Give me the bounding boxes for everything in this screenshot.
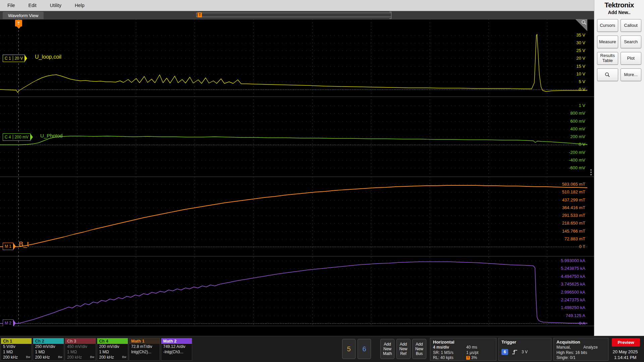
waveform-trace-4 [0,256,587,326]
channel-badge-row: 72.8 mT/div [129,344,160,349]
channel-badge-title: Math 2 [161,338,192,344]
panel-drag-handle[interactable] [589,168,593,178]
acquisition-panel[interactable]: Acquisition Manual, Analyze High Res: 16… [553,338,608,361]
channel-handle-scale: 20 V [13,56,25,61]
trigger-panel[interactable]: Trigger 6 3 V [498,338,551,361]
bandwidth-icon: Bw [26,354,30,360]
channel-badge-row: 250 mV/div [33,344,64,349]
tektronix-logo: Tektronix [594,1,644,9]
channel-badge-title: Ch 4 [97,338,128,344]
channel-badge-title: Ch 3 [65,338,96,344]
bandwidth-icon: Bw [90,354,94,360]
trigger-position-percent: 3% [471,355,477,361]
acquisition-resolution: High Res: 16 bits [556,350,587,356]
badge-arrow-icon [30,133,33,141]
add-new-label: Add New.. [594,10,644,15]
more-button[interactable]: More... [621,68,642,81]
zoom-button[interactable] [597,68,618,81]
slice-2: 1 V800 mV600 mV400 mV200 mV0 V-200 mV-40… [0,97,587,177]
channel-badge-row: -Intg(Ch3... [161,349,192,355]
channel-badge-title: Math 1 [129,338,160,344]
horizontal-window: 40 ms [466,345,477,350]
menu-item-edit[interactable]: Edit [29,3,37,8]
sidebar-buttons: CursorsCalloutMeasureSearchResults Table… [594,15,644,81]
slice-1: 35 V30 V25 V20 V15 V10 V5 V0 VC 120 VU_l… [0,19,587,97]
bandwidth-icon: Bw [122,354,126,360]
tab-strip: Waveform View T [0,11,594,19]
menubar: FileEditUtilityHelp [0,0,594,11]
waveform-trace-3 [0,177,587,256]
channel-badge-ch3[interactable]: Ch 3450 mV/div1 MΩ200 kHzBw [65,338,96,361]
waveform-view: Waveform View T T 0 s4 ms8 ms12 ms16 ms2… [0,11,594,336]
add-new-bus-button[interactable]: AddNewBus [412,339,426,359]
menu-item-utility[interactable]: Utility [50,3,61,8]
cursors-button[interactable]: Cursors [597,19,618,32]
horizontal-scrollbar[interactable]: T [196,12,391,17]
slice-3: 583.065 mT510.182 mT437.299 mT364.416 mT… [0,177,587,256]
channel-handle-name: M 2 [3,321,13,325]
channel-badge-ch4[interactable]: Ch 4200 mV/div1 MΩ200 kHzBw [97,338,128,361]
trigger-title: Trigger [501,339,548,345]
right-sidebar: Tektronix Add New.. CursorsCalloutMeasur… [594,0,644,336]
horizontal-scale: 4 ms/div [433,345,466,350]
horizontal-title: Horizontal [433,339,493,345]
channel-badge-ch2[interactable]: Ch 2250 mV/div1 MΩ200 kHzBw [33,338,64,361]
channel-badge-row: 200 kHzBw [65,355,96,360]
channel-handle-c4[interactable]: C 4200 mV [3,133,31,141]
scrollbar-track[interactable] [196,13,391,17]
tab-waveform-view[interactable]: Waveform View [3,12,44,19]
trace-label: U_Photod [40,133,63,138]
preview-button[interactable]: Preview [612,338,640,347]
channel-badge-title: Ch 2 [33,338,64,344]
channel-badge-row: Intg(Ch2)... [129,349,160,355]
add-new-ref-button[interactable]: AddNewRef [396,339,411,359]
channel-handle-scale: 200 mV [13,135,30,139]
trace-label: B_t [19,240,29,248]
magnifier-icon [605,72,610,77]
badge-arrow-icon [24,55,27,62]
search-button[interactable]: Search [621,36,642,48]
trigger-level: 3 V [522,350,528,354]
channel-handle-c1[interactable]: C 120 V [3,55,25,62]
rising-edge-icon [512,349,518,355]
sample-rate: SR: 1 MS/s [433,350,466,356]
channel-badge-row: 200 mV/div [97,344,128,349]
callout-button[interactable]: Callout [621,19,642,32]
acquisition-mode: Manual, [556,345,583,350]
results-table-button[interactable]: Results Table [597,52,618,65]
slice-4: 5.993000 kA5.243875 kA4.494750 kA3.74562… [0,256,587,326]
add-new-math-button[interactable]: AddNewMath [380,339,394,359]
plot-button[interactable]: Plot [621,52,642,65]
channel-badge-row: 200 kHzBw [33,355,64,360]
record-length: RL: 40 kpts [433,355,466,361]
date-label: 20 May 2025 [608,349,643,355]
channel-badge-math1[interactable]: Math 172.8 mT/divIntg(Ch2)... [129,338,160,361]
channel-badge-ch1[interactable]: Ch 15 V/div1 MΩ200 kHzBw [1,338,32,361]
acquisition-title: Acquisition [556,339,605,345]
badge-arrow-icon [13,319,16,326]
channel-handle-name: C 1 [3,56,13,61]
trigger-source-badge[interactable]: 6 [501,349,508,355]
channel-handle-name: M 1 [3,244,13,249]
horizontal-panel[interactable]: Horizontal 4 ms/div 40 ms SR: 1 MS/s 1 µ… [430,338,496,361]
measure-button[interactable]: Measure [597,36,618,48]
datetime: 20 May 2025 1:14:41 PM [608,349,643,360]
menu-item-help[interactable]: Help [75,3,85,8]
plot-area: T 0 s4 ms8 ms12 ms16 ms20 ms24 ms28 ms32… [0,19,594,326]
menu-item-file[interactable]: File [7,3,15,8]
channel-badge-row: 1 MΩ [97,349,128,355]
trigger-position-icon: T [466,356,470,360]
channel-badge-row: 1 MΩ [1,349,32,355]
waveform-trace-1 [0,19,587,97]
channel-badge-row: 200 kHzBw [97,355,128,360]
channel-6-button[interactable]: 6 [358,339,371,359]
channel-badge-math2[interactable]: Math 2749.12 A/div-Intg(Ch3... [161,338,192,361]
channel-badge-row: 200 kHzBw [1,355,32,360]
channel-5-button[interactable]: 5 [342,339,356,359]
time-label: 1:14:41 PM [608,355,643,360]
scrollbar-end-cap-icon [389,12,391,19]
sample-interval: 1 µs/pt [466,350,478,356]
channel-handle-m1[interactable]: M 1 [3,243,13,250]
channel-handle-m2[interactable]: M 2 [3,319,13,326]
trigger-position-icon[interactable]: T [198,12,202,17]
